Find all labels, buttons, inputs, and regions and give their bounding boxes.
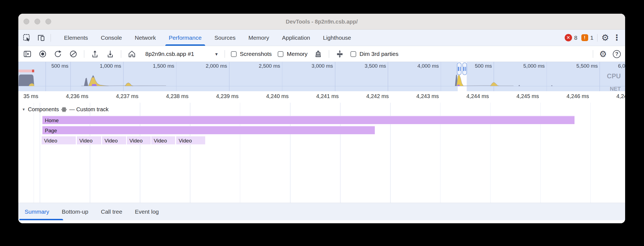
track-bar-page[interactable]: Page xyxy=(42,126,375,134)
window-title: DevTools - 8p2n9n.csb.app/ xyxy=(18,14,625,30)
performance-toolbar: 8p2n9n.csb.app #1 ▼ Screenshots Memory xyxy=(18,46,625,62)
tabbar-separator xyxy=(51,34,51,42)
tab-event-log[interactable]: Event log xyxy=(135,208,159,215)
track-bar-video[interactable]: Video xyxy=(102,136,126,144)
screenshots-checkbox[interactable] xyxy=(231,51,237,57)
devtools-window: DevTools - 8p2n9n.csb.app/ Elements Cons… xyxy=(18,14,625,223)
track-bar-video[interactable]: Video xyxy=(42,136,76,144)
upload-profile-icon[interactable] xyxy=(90,49,100,59)
error-count[interactable]: 8 xyxy=(574,35,578,41)
detail-gridlines xyxy=(18,91,625,203)
clear-icon[interactable] xyxy=(69,49,78,59)
screenshots-label[interactable]: Screenshots xyxy=(240,51,272,57)
ruler-label: 4,237 ms xyxy=(95,93,138,99)
main-tabs: Elements Console Network Performance Sou… xyxy=(62,30,351,46)
tab-bottom-up[interactable]: Bottom-up xyxy=(62,208,88,215)
toolbar-separator xyxy=(121,50,121,58)
ruler-label: 35 ms xyxy=(18,93,38,99)
ruler-label: 4,239 ms xyxy=(195,93,239,99)
tab-console[interactable]: Console xyxy=(101,30,122,46)
selection-right-handle[interactable] xyxy=(462,62,467,75)
collapse-triangle-icon[interactable]: ▼ xyxy=(22,107,25,111)
more-options-icon[interactable]: ⋮ xyxy=(613,34,621,42)
tab-summary[interactable]: Summary xyxy=(25,208,49,215)
track-bar-video[interactable]: Video xyxy=(77,136,101,144)
settings-gear-icon[interactable]: ⚙ xyxy=(601,33,609,42)
ruler-label: 4,241 ms xyxy=(295,93,339,99)
download-profile-icon[interactable] xyxy=(106,49,115,59)
track-bar-video[interactable]: Video xyxy=(176,136,205,144)
reload-record-icon[interactable] xyxy=(53,49,63,59)
timeline-overview[interactable]: 500 ms 1,000 ms 1,500 ms 2,000 ms 2,500 … xyxy=(18,62,625,91)
target-selector[interactable]: 8p2n9n.csb.app #1 xyxy=(145,51,194,57)
help-icon[interactable]: ? xyxy=(613,50,621,58)
memory-checkbox[interactable] xyxy=(278,51,283,57)
net-track-divider xyxy=(18,86,625,86)
ruler-label: 4,238 ms xyxy=(145,93,188,99)
tabbar-right-separator xyxy=(597,34,597,42)
inspect-element-icon[interactable] xyxy=(22,33,31,42)
capture-settings-gear-icon[interactable]: ⚙ xyxy=(599,50,607,58)
tab-sources[interactable]: Sources xyxy=(214,30,236,46)
main-tabbar: Elements Console Network Performance Sou… xyxy=(18,30,625,46)
toggle-sidebar-icon[interactable] xyxy=(23,49,32,59)
tab-lighthouse[interactable]: Lighthouse xyxy=(323,30,351,46)
tab-elements[interactable]: Elements xyxy=(64,30,88,46)
track-bar-video[interactable]: Video xyxy=(151,136,175,144)
bottom-tabbar: Summary Bottom-up Call tree Event log xyxy=(18,203,625,220)
memory-label[interactable]: Memory xyxy=(287,51,308,57)
titlebar: DevTools - 8p2n9n.csb.app/ xyxy=(18,14,625,30)
ruler-label: 4,236 ms xyxy=(45,93,88,99)
collapse-tracks-icon[interactable] xyxy=(335,49,344,59)
home-icon[interactable] xyxy=(127,49,137,59)
ruler-label: 4,245 ms xyxy=(495,93,539,99)
record-icon[interactable] xyxy=(38,49,47,59)
tab-performance[interactable]: Performance xyxy=(169,30,202,46)
time-ruler: 35 ms 4,236 ms 4,237 ms 4,238 ms 4,239 m… xyxy=(18,91,625,103)
track-bar-home[interactable]: Home xyxy=(42,116,575,124)
track-bar-video[interactable]: Video xyxy=(127,136,151,144)
ruler-label: 4,242 ms xyxy=(345,93,389,99)
ruler-label: 4,246 ms xyxy=(545,93,589,99)
custom-track-subtitle: — Custom track xyxy=(69,106,108,113)
dim-3rd-parties-label[interactable]: Dim 3rd parties xyxy=(359,51,398,57)
device-toolbar-icon[interactable] xyxy=(36,33,46,42)
toolbar-separator xyxy=(84,50,84,58)
window-footer xyxy=(18,220,625,223)
tab-memory[interactable]: Memory xyxy=(248,30,269,46)
selection-left-handle[interactable] xyxy=(457,62,462,75)
cpu-track-label: CPU xyxy=(607,72,621,80)
tab-network[interactable]: Network xyxy=(135,30,156,46)
ruler-label: 4,243 ms xyxy=(395,93,439,99)
garbage-collect-icon[interactable] xyxy=(314,49,323,59)
warning-badge-icon[interactable]: ! xyxy=(581,34,588,41)
target-dropdown-caret-icon[interactable]: ▼ xyxy=(214,52,219,56)
ruler-label: 4,244 ms xyxy=(445,93,489,99)
atom-icon xyxy=(61,107,67,112)
toolbar-separator xyxy=(225,50,225,58)
dim-3rd-parties-checkbox[interactable] xyxy=(350,51,356,57)
custom-track-header[interactable]: ▼ Components — Custom track xyxy=(22,106,109,113)
tab-call-tree[interactable]: Call tree xyxy=(101,208,122,215)
custom-track-title: Components xyxy=(28,106,59,113)
toolbar-separator xyxy=(329,50,329,58)
error-badge-icon[interactable]: ✕ xyxy=(565,34,572,41)
tab-application[interactable]: Application xyxy=(282,30,310,46)
ruler-label: 4,24 xyxy=(616,93,625,99)
toolbar-separator xyxy=(593,50,593,58)
ruler-label: 4,240 ms xyxy=(245,93,289,99)
warning-count[interactable]: 1 xyxy=(590,35,594,41)
overview-cpu-chart xyxy=(18,62,625,91)
